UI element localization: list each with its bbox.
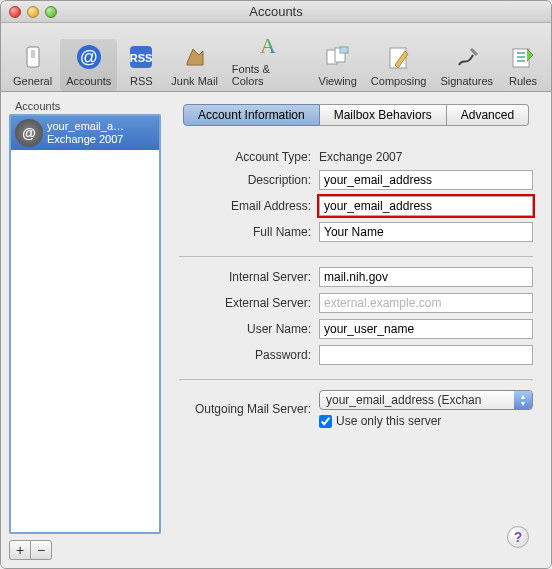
internal-server-label: Internal Server:: [179, 270, 319, 284]
toolbar-label: Fonts & Colors: [232, 63, 305, 87]
account-name: your_email_a…: [47, 120, 124, 133]
outgoing-server-value: your_email_address (Exchan: [320, 391, 514, 409]
description-label: Description:: [179, 173, 319, 187]
stepper-arrows-icon: ▲▼: [514, 391, 532, 409]
help-button[interactable]: ?: [507, 526, 529, 548]
accounts-list[interactable]: @ your_email_a… Exchange 2007: [9, 114, 161, 534]
viewing-icon: [322, 41, 354, 73]
svg-text:RSS: RSS: [130, 52, 153, 64]
toolbar-label: Rules: [509, 75, 537, 87]
password-input[interactable]: [319, 345, 533, 365]
fullname-label: Full Name:: [179, 225, 319, 239]
toolbar-viewing[interactable]: Viewing: [313, 39, 363, 91]
outgoing-server-select[interactable]: your_email_address (Exchan ▲▼: [319, 390, 533, 410]
fullname-input[interactable]: [319, 222, 533, 242]
zoom-window-button[interactable]: [45, 6, 57, 18]
remove-account-button[interactable]: −: [30, 540, 52, 560]
account-type: Exchange 2007: [47, 133, 124, 146]
font-icon: A: [252, 29, 284, 61]
add-account-button[interactable]: +: [9, 540, 31, 560]
use-only-checkbox[interactable]: [319, 415, 332, 428]
composing-icon: [383, 41, 415, 73]
tab-bar: Account Information Mailbox Behaviors Ad…: [169, 104, 543, 126]
toolbar-rss[interactable]: RSS RSS: [119, 39, 163, 91]
outgoing-label: Outgoing Mail Server:: [179, 402, 319, 416]
rss-icon: RSS: [125, 41, 157, 73]
account-row[interactable]: @ your_email_a… Exchange 2007: [11, 116, 159, 150]
email-input[interactable]: [319, 196, 533, 216]
svg-rect-11: [513, 49, 529, 67]
switch-icon: [17, 41, 49, 73]
divider: [179, 256, 533, 257]
toolbar-general[interactable]: General: [7, 39, 58, 91]
username-input[interactable]: [319, 319, 533, 339]
toolbar-label: Junk Mail: [171, 75, 217, 87]
minimize-window-button[interactable]: [27, 6, 39, 18]
sidebar-title: Accounts: [9, 100, 161, 114]
toolbar-accounts[interactable]: @ Accounts: [60, 39, 117, 91]
external-server-input[interactable]: [319, 293, 533, 313]
internal-server-input[interactable]: [319, 267, 533, 287]
preferences-toolbar: General @ Accounts RSS RSS Junk Mail A F…: [1, 23, 551, 92]
toolbar-label: Viewing: [319, 75, 357, 87]
tab-mailbox-behaviors[interactable]: Mailbox Behaviors: [320, 104, 447, 126]
tab-account-information[interactable]: Account Information: [183, 104, 320, 126]
toolbar-label: Composing: [371, 75, 427, 87]
svg-rect-1: [31, 50, 35, 58]
divider: [179, 379, 533, 380]
external-server-label: External Server:: [179, 296, 319, 310]
toolbar-signatures[interactable]: Signatures: [434, 39, 499, 91]
at-icon: @: [73, 41, 105, 73]
junk-icon: [179, 41, 211, 73]
at-icon: @: [15, 119, 43, 147]
close-window-button[interactable]: [9, 6, 21, 18]
toolbar-composing[interactable]: Composing: [365, 39, 433, 91]
password-label: Password:: [179, 348, 319, 362]
svg-rect-9: [340, 47, 348, 53]
tab-advanced[interactable]: Advanced: [447, 104, 529, 126]
toolbar-rules[interactable]: Rules: [501, 39, 545, 91]
email-label: Email Address:: [179, 199, 319, 213]
toolbar-label: RSS: [130, 75, 153, 87]
account-type-value: Exchange 2007: [319, 150, 533, 164]
svg-text:@: @: [80, 47, 98, 67]
toolbar-label: Accounts: [66, 75, 111, 87]
use-only-label: Use only this server: [336, 414, 441, 428]
account-type-label: Account Type:: [179, 150, 319, 164]
toolbar-label: General: [13, 75, 52, 87]
svg-text:A: A: [260, 33, 276, 58]
titlebar: Accounts: [1, 1, 551, 23]
toolbar-label: Signatures: [440, 75, 493, 87]
toolbar-junk[interactable]: Junk Mail: [165, 39, 223, 91]
toolbar-fonts[interactable]: A Fonts & Colors: [226, 27, 311, 91]
rules-icon: [507, 41, 539, 73]
description-input[interactable]: [319, 170, 533, 190]
username-label: User Name:: [179, 322, 319, 336]
signatures-icon: [451, 41, 483, 73]
window-title: Accounts: [1, 4, 551, 19]
